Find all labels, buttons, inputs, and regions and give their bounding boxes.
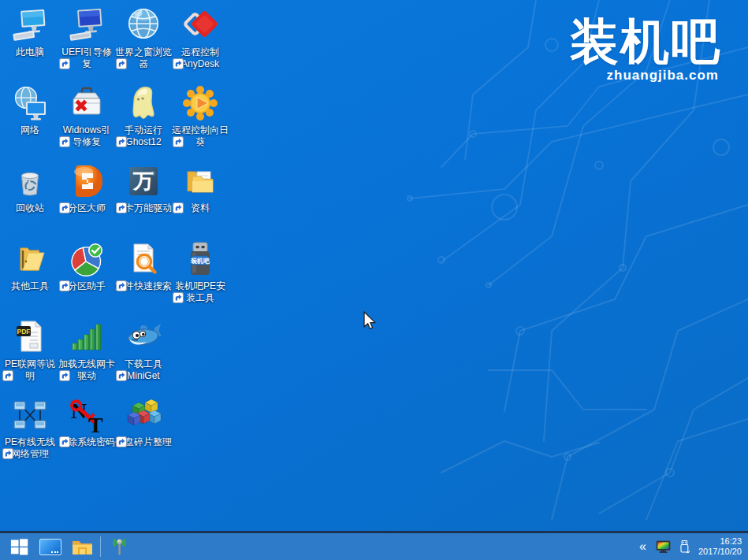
shortcut-arrow-icon (173, 58, 184, 69)
network-globe-icon (11, 84, 49, 122)
desktop-icon-anydesk-remote[interactable]: 远程控制AnyDesk (172, 6, 229, 70)
taskbar-clock[interactable]: 16:23 2017/10/20 (698, 536, 742, 557)
brand-title: 装机吧 (570, 17, 721, 66)
usb-device-tray-icon[interactable] (679, 540, 690, 554)
clock-date: 2017/10/20 (698, 547, 742, 557)
svg-text:PDF: PDF (17, 328, 31, 336)
desktop-icon-windows-boot-repair[interactable]: Widnows引导修复 (58, 84, 115, 148)
desktop-icon-zhuangjiba-pe-installer[interactable]: 装机吧 装机吧PE安装工具 (172, 240, 229, 304)
globe-browser-icon (125, 6, 162, 44)
icon-label: 其他工具 (2, 280, 58, 292)
tray-expand-chevron[interactable]: « (638, 540, 648, 553)
brand-url: zhuangjiba.com (570, 68, 721, 83)
shortcut-arrow-icon (2, 448, 13, 459)
clock-time: 16:23 (698, 536, 742, 547)
pc-repair-icon (68, 6, 106, 44)
desktop-icon-partition-assistant[interactable]: 分区助手 (58, 240, 115, 292)
desktop: 装机吧 zhuangjiba.com 此电脑 UEFI引导修复 世界之窗浏览器 … (0, 0, 748, 531)
shortcut-arrow-icon (59, 436, 70, 447)
shortcut-arrow-icon (116, 436, 127, 447)
desktop-icon-this-pc[interactable]: 此电脑 (2, 6, 58, 58)
usb-drive-icon: 装机吧 (181, 240, 219, 278)
shortcut-arrow-icon (173, 292, 184, 303)
open-folder-icon (11, 240, 49, 278)
desktop-icon-other-tools[interactable]: 其他工具 (2, 240, 58, 292)
system-tray: « 16:23 2017/10/20 (638, 533, 748, 560)
shortcut-arrow-icon (59, 136, 70, 147)
file-explorer-button[interactable] (66, 533, 98, 560)
svg-text:装机吧: 装机吧 (190, 258, 210, 265)
shortcut-arrow-icon (59, 280, 70, 291)
computer-icon (11, 6, 49, 44)
toolbox-icon (68, 84, 106, 122)
defrag-blocks-icon (125, 396, 162, 434)
desktop-icon-file-quick-search[interactable]: 文件快速搜索 (115, 240, 172, 292)
shortcut-arrow-icon (173, 202, 184, 213)
taskbar-separator (100, 536, 101, 557)
taskbar: « 16:23 2017/10/20 (0, 531, 748, 560)
brand-logo: 装机吧 zhuangjiba.com (570, 17, 721, 83)
diskgenius-icon (68, 162, 106, 200)
desktop-icon-nic-universal-driver[interactable]: 万 网卡万能驱动 (115, 162, 172, 214)
desktop-icon-data-folder[interactable]: 资料 (172, 162, 229, 214)
wireless-tool-button[interactable] (103, 533, 135, 560)
desktop-icon-network[interactable]: 网络 (2, 84, 58, 136)
ghost-icon (125, 84, 162, 122)
partition-pie-icon (68, 240, 106, 278)
desktop-icon-miniget-downloader[interactable]: 下载工具MiniGet (115, 318, 172, 382)
recycle-bin-icon (11, 162, 49, 200)
icon-label: 回收站 (2, 202, 58, 214)
desktop-window-button[interactable] (35, 533, 66, 560)
desktop-icon-pe-network-manager[interactable]: PE有线无线网络管理 (2, 396, 58, 460)
display-settings-tray-icon[interactable] (656, 540, 671, 554)
folder-icon (72, 538, 93, 555)
desktop-icon-disk-defrag[interactable]: 硬盘碎片整理 (115, 396, 172, 448)
network-diagram-icon (11, 396, 49, 434)
shortcut-arrow-icon (173, 136, 184, 147)
shortcut-arrow-icon (116, 58, 127, 69)
desktop-icon-uefi-boot-repair[interactable]: UEFI引导修复 (58, 6, 115, 70)
svg-text:万: 万 (132, 169, 154, 193)
svg-text:T: T (88, 413, 103, 434)
desktop-icon-sunflower-remote[interactable]: 远程控制向日葵 (172, 84, 229, 148)
pdf-doc-icon: PDF (11, 318, 49, 356)
shark-icon (125, 318, 162, 356)
desktop-icon-diskgenius[interactable]: 分区大师 (58, 162, 115, 214)
shortcut-arrow-icon (116, 136, 127, 147)
anydesk-diamond-icon (181, 6, 219, 44)
shortcut-arrow-icon (116, 202, 127, 213)
desktop-icon-load-wifi-driver[interactable]: 加载无线网卡驱动 (58, 318, 115, 382)
wan-driver-icon: 万 (125, 162, 162, 200)
windows-logo-icon (9, 537, 29, 557)
desktop-icon-recycle-bin[interactable]: 回收站 (2, 162, 58, 214)
antenna-signal-icon (109, 536, 130, 558)
shortcut-arrow-icon (116, 370, 127, 381)
taskbar-left (0, 533, 135, 560)
folders-icon (181, 162, 219, 200)
file-search-icon (125, 240, 162, 278)
window-icon (39, 539, 61, 555)
mouse-cursor (363, 311, 377, 335)
icon-label: 此电脑 (2, 46, 58, 58)
nt-key-icon: NT (68, 396, 106, 434)
start-button[interactable] (3, 533, 35, 560)
desktop-icon-clear-system-password[interactable]: NT 清除系统密码 (58, 396, 115, 448)
icon-label: 网络 (2, 124, 58, 136)
sunflower-icon (181, 84, 219, 122)
shortcut-arrow-icon (2, 370, 13, 381)
shortcut-arrow-icon (116, 280, 127, 291)
shortcut-arrow-icon (59, 58, 70, 69)
desktop-icon-ghost12[interactable]: 手动运行Ghost12 (115, 84, 172, 148)
signal-bars-icon (68, 318, 106, 356)
shortcut-arrow-icon (59, 370, 70, 381)
desktop-icon-world-window-browser[interactable]: 世界之窗浏览器 (115, 6, 172, 70)
shortcut-arrow-icon (59, 202, 70, 213)
desktop-icon-pe-network-guide[interactable]: PDF PE联网等说明 (2, 318, 58, 382)
